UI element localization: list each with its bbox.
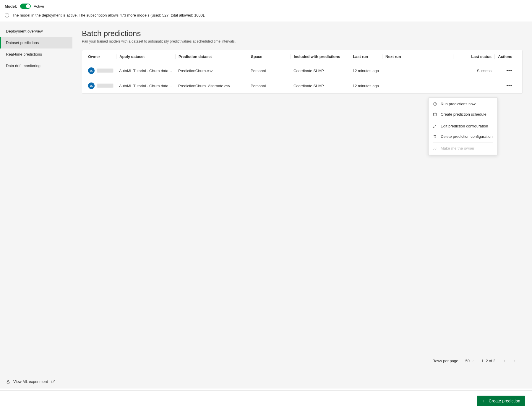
col-next-run[interactable]: Next run	[382, 54, 453, 59]
dropdown-divider	[433, 120, 493, 120]
dropdown-divider	[433, 142, 493, 143]
col-prediction-dataset[interactable]: Prediction dataset	[175, 54, 248, 59]
sidebar-item-dataset-predictions[interactable]: Dataset predictions	[0, 37, 72, 48]
flask-icon	[6, 379, 10, 384]
table-row[interactable]: JK AutoML Tutorial - Churn data - ap Pre…	[82, 63, 522, 78]
col-included[interactable]: Included with predictions	[291, 54, 350, 59]
cell-last-run: 12 minutes ago	[350, 84, 382, 88]
create-prediction-button[interactable]: ＋ Create prediction	[477, 396, 525, 406]
info-icon: i	[5, 13, 9, 17]
owner-icon	[433, 146, 437, 151]
avatar: JK	[88, 67, 95, 74]
pagination-next[interactable]	[513, 359, 517, 363]
edit-icon	[433, 124, 437, 128]
svg-rect-1	[434, 113, 437, 116]
rows-per-page-label: Rows per page	[432, 359, 458, 363]
pagination-bar: Rows per page 50 1–2 of 2	[145, 354, 523, 368]
sidebar-item-realtime-predictions[interactable]: Real-time predictions	[0, 48, 72, 60]
avatar: JK	[88, 82, 95, 89]
cell-owner: JK	[85, 82, 116, 89]
col-last-status[interactable]: Last status	[453, 54, 494, 59]
owner-name-redacted	[97, 84, 113, 88]
cell-owner: JK	[85, 67, 116, 74]
sidebar-item-data-drift-monitoring[interactable]: Data drift monitoring	[0, 60, 72, 72]
calendar-icon	[433, 112, 437, 116]
page-subtitle: Pair your trained models with a dataset …	[82, 39, 523, 43]
row-actions-menu-trigger[interactable]: •••	[494, 68, 515, 73]
table-row[interactable]: JK AutoML Tutorial - Churn data - ap Pre…	[82, 78, 522, 93]
sidebar-item-deployment-overview[interactable]: Deployment overview	[0, 25, 72, 37]
rows-per-page-value: 50	[466, 359, 470, 363]
run-icon	[433, 102, 437, 106]
row-actions-menu-trigger[interactable]: •••	[494, 83, 515, 88]
cell-apply-dataset: AutoML Tutorial - Churn data - ap	[116, 84, 175, 88]
cell-included: Coordinate SHAP	[291, 84, 350, 88]
dropdown-label: Delete prediction configuration	[441, 134, 493, 139]
svg-point-0	[433, 102, 437, 106]
model-label: Model:	[5, 4, 17, 9]
page-title: Batch predictions	[82, 29, 523, 38]
sidebar-footer-link[interactable]: View ML experiment	[0, 375, 72, 389]
dropdown-label: Run predictions now	[441, 102, 476, 106]
cell-status: Success	[453, 69, 494, 73]
row-actions-dropdown: Run predictions now Create prediction sc…	[428, 97, 498, 155]
sidebar: Deployment overview Dataset predictions …	[0, 22, 72, 389]
dropdown-edit-config[interactable]: Edit prediction configuration	[429, 121, 497, 131]
cell-prediction-dataset: PredictionChurn_Alternate.csv	[175, 84, 248, 88]
rows-per-page-select[interactable]: 50	[466, 359, 474, 363]
cell-space: Personal	[248, 84, 291, 88]
model-active-toggle[interactable]	[20, 4, 31, 9]
dropdown-label: Make me the owner	[441, 146, 474, 151]
table-header: Owner Apply dataset Prediction dataset S…	[82, 50, 522, 63]
plus-icon: ＋	[481, 399, 486, 403]
cell-space: Personal	[248, 69, 291, 73]
cell-apply-dataset: AutoML Tutorial - Churn data - ap	[116, 69, 175, 73]
dropdown-run-predictions-now[interactable]: Run predictions now	[429, 99, 497, 109]
sidebar-footer-label: View ML experiment	[13, 379, 48, 384]
trash-icon	[433, 134, 437, 139]
col-apply-dataset[interactable]: Apply dataset	[116, 54, 175, 59]
pagination-prev[interactable]	[502, 359, 506, 363]
col-owner[interactable]: Owner	[85, 54, 116, 59]
cell-included: Coordinate SHAP	[291, 69, 350, 73]
create-prediction-label: Create prediction	[489, 399, 520, 403]
chevron-down-icon	[471, 360, 474, 363]
col-last-run[interactable]: Last run	[350, 54, 382, 59]
dropdown-make-me-owner: Make me the owner	[429, 143, 497, 153]
content-area: Batch predictions Pair your trained mode…	[72, 22, 532, 389]
model-toggle-status: Active	[34, 4, 44, 9]
dropdown-label: Edit prediction configuration	[441, 124, 488, 128]
dropdown-delete-config[interactable]: Delete prediction configuration	[429, 131, 497, 142]
model-info-text: The model in the deployment is active. T…	[12, 13, 205, 17]
model-status-bar: Model: Active	[0, 0, 532, 11]
predictions-table: Owner Apply dataset Prediction dataset S…	[82, 50, 523, 94]
dropdown-label: Create prediction schedule	[441, 112, 486, 116]
footer-bar: ＋ Create prediction	[0, 390, 532, 411]
dropdown-create-schedule[interactable]: Create prediction schedule	[429, 109, 497, 119]
svg-point-2	[434, 147, 435, 148]
col-space[interactable]: Space	[248, 54, 291, 59]
pagination-range: 1–2 of 2	[481, 359, 495, 363]
model-info-bar: i The model in the deployment is active.…	[0, 11, 532, 22]
cell-last-run: 12 minutes ago	[350, 69, 382, 73]
col-actions: Actions	[494, 54, 515, 59]
main-layout: Deployment overview Dataset predictions …	[0, 22, 532, 389]
sidebar-nav: Deployment overview Dataset predictions …	[0, 25, 72, 375]
cell-prediction-dataset: PredictionChurn.csv	[175, 69, 248, 73]
owner-name-redacted	[97, 69, 113, 73]
external-link-icon	[51, 379, 55, 384]
